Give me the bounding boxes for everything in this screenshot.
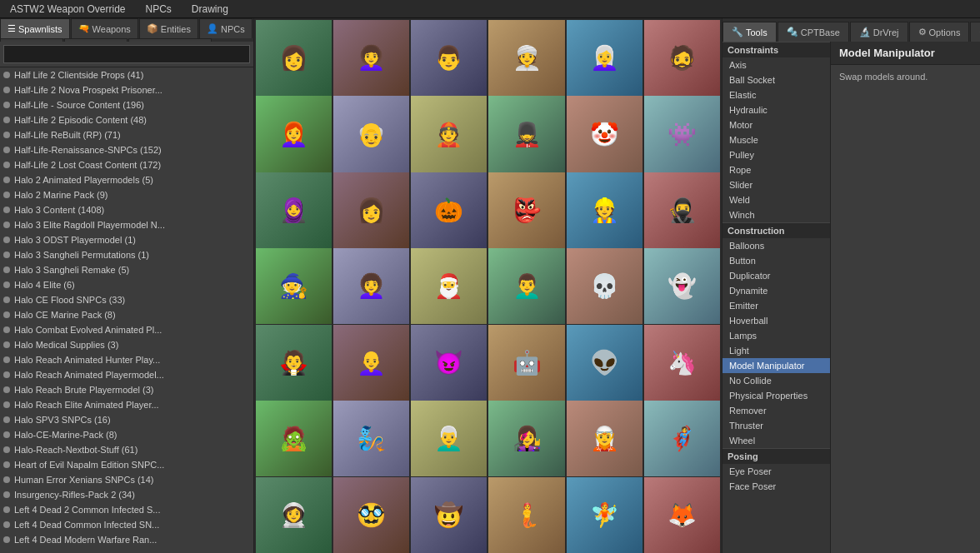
list-item[interactable]: Human Error Xenians SNPCs (14)	[0, 472, 253, 487]
thumbnail-cell[interactable]: 🧛	[256, 325, 332, 401]
thumbnail-cell[interactable]: 👩‍🚀	[256, 477, 332, 553]
tools-item[interactable]: Balloons	[722, 238, 830, 253]
tools-item[interactable]: Wheel	[722, 433, 830, 448]
list-item[interactable]: Half-Life - Source Content (196)	[0, 97, 253, 112]
list-item[interactable]: Halo 2 Animated Playermodels (5)	[0, 172, 253, 187]
list-item[interactable]: Halo Reach Elite Animated Player...	[0, 397, 253, 412]
list-item[interactable]: Halo SPV3 SNPCs (16)	[0, 412, 253, 427]
thumbnail-cell[interactable]: 🥷	[644, 172, 720, 248]
list-item[interactable]: Halo CE Flood SNPCs (33)	[0, 292, 253, 307]
tools-item[interactable]: Duplicator	[722, 268, 830, 283]
tools-item[interactable]: Slider	[722, 177, 830, 192]
thumbnail-cell[interactable]: 🤖	[488, 325, 564, 401]
thumbnail-cell[interactable]: 🎃	[411, 172, 487, 248]
list-item[interactable]: Left 4 Dead Modern Warfare Ran...	[0, 532, 253, 547]
thumbnail-cell[interactable]: 😈	[411, 325, 487, 401]
thumbnail-cell[interactable]: 🧔	[644, 20, 720, 96]
thumbnail-cell[interactable]: 👩‍🦳	[567, 20, 642, 96]
tools-item[interactable]: Physical Properties	[722, 388, 830, 403]
tools-item[interactable]: Rope	[722, 162, 830, 177]
list-item[interactable]: Halo Medical Supplies (3)	[0, 337, 253, 352]
list-item[interactable]: Left 4 Dead Common Infected SN...	[0, 517, 253, 532]
tools-tab-cptbase[interactable]: 🔩CPTBase	[778, 22, 849, 42]
list-container[interactable]: Half Life 2 Clientside Props (41)Half-Li…	[0, 67, 253, 553]
list-item[interactable]: Halo Combat Evolved Animated Pl...	[0, 322, 253, 337]
tools-item[interactable]: Remover	[722, 403, 830, 418]
tools-item[interactable]: Winch	[722, 207, 830, 222]
list-item[interactable]: Halo Reach Animated Playermodel...	[0, 367, 253, 382]
tab-entities[interactable]: 📦Entities	[139, 18, 198, 38]
thumbnail-cell[interactable]: 🤡	[567, 96, 642, 172]
thumbnail-cell[interactable]: 👩	[256, 20, 332, 96]
list-item[interactable]: Halo 3 Elite Ragdoll Playermodel N...	[0, 217, 253, 232]
tools-item[interactable]: Model Manipulator	[722, 358, 830, 373]
thumbnail-cell[interactable]: 🧞	[333, 401, 409, 476]
list-item[interactable]: Halo-CE-Marine-Pack (8)	[0, 427, 253, 442]
list-item[interactable]: Halo-Reach-Nextbot-Stuff (61)	[0, 442, 253, 457]
tools-item[interactable]: Eye Poser	[722, 464, 830, 479]
thumbnail-cell[interactable]: 🧚	[567, 477, 642, 553]
thumbnail-cell[interactable]: 🦸	[644, 401, 720, 476]
tools-tab-tools[interactable]: 🔧Tools	[722, 22, 777, 42]
tools-item[interactable]: Thruster	[722, 418, 830, 433]
thumbnail-cell[interactable]: 👨	[411, 20, 487, 96]
thumbnail-cell[interactable]: 👩‍🎤	[488, 401, 564, 476]
tools-item[interactable]: Muscle	[722, 132, 830, 147]
tools-item[interactable]: Lamps	[722, 328, 830, 343]
list-item[interactable]: Half-Life-Renaissance-SNPCs (152)	[0, 142, 253, 157]
list-item[interactable]: Halo 4 Elite (6)	[0, 277, 253, 292]
list-item[interactable]: Left 4 Dead 2 Common Infected S...	[0, 502, 253, 517]
thumbnail-cell[interactable]: 👾	[644, 96, 720, 172]
list-item[interactable]: Half-Life 2 Episodic Content (48)	[0, 112, 253, 127]
list-item[interactable]: Half-Life 2 Lost Coast Content (172)	[0, 157, 253, 172]
thumbnail-cell[interactable]: 👩	[333, 172, 409, 248]
thumbnail-cell[interactable]: 👨‍🦳	[411, 401, 487, 476]
thumbnail-cell[interactable]: 💂	[488, 96, 564, 172]
thumbnail-cell[interactable]: 🧟	[256, 401, 332, 476]
list-item[interactable]: Halo 2 Marine Pack (9)	[0, 187, 253, 202]
list-item[interactable]: Half Life 2 Clientside Props (41)	[0, 67, 253, 82]
thumbnail-cell[interactable]: 👩‍🦰	[256, 96, 332, 172]
tools-item[interactable]: Motor	[722, 117, 830, 132]
tools-item[interactable]: Hydraulic	[722, 102, 830, 117]
thumbnail-cell[interactable]: 🥸	[333, 477, 409, 553]
list-item[interactable]: Half-Life ReBuilt (RP) (71)	[0, 127, 253, 142]
tab-weapons[interactable]: 🔫Weapons	[71, 18, 138, 38]
menu-npcs[interactable]: NPCs	[142, 2, 175, 17]
menu-drawing[interactable]: Drawing	[188, 2, 232, 17]
thumbnail-cell[interactable]: 💀	[567, 248, 642, 324]
tools-tab-options[interactable]: ⚙Options	[909, 22, 970, 42]
tools-item[interactable]: Light	[722, 343, 830, 358]
tools-item[interactable]: Weld	[722, 192, 830, 207]
list-item[interactable]: Half-Life 2 Nova Prospekt Prisoner...	[0, 82, 253, 97]
thumbnail-cell[interactable]: 👨‍🦱	[488, 248, 564, 324]
list-item[interactable]: Halo CE Marine Pack (8)	[0, 307, 253, 322]
thumbnail-cell[interactable]: 🦄	[644, 325, 720, 401]
thumbnail-cell[interactable]: 👲	[411, 96, 487, 172]
tools-item[interactable]: Button	[722, 253, 830, 268]
tools-item[interactable]: No Collide	[722, 373, 830, 388]
thumbnail-cell[interactable]: 👺	[488, 172, 564, 248]
search-input[interactable]	[3, 45, 250, 63]
tools-item[interactable]: Dynamite	[722, 283, 830, 298]
list-item[interactable]: Halo 3 Sangheli Remake (5)	[0, 262, 253, 277]
tools-tab-utilities[interactable]: 🛠Utilities	[970, 22, 980, 42]
thumbnail-cell[interactable]: 🤠	[411, 477, 487, 553]
tab-spawnlists[interactable]: ☰Spawnlists	[0, 18, 70, 38]
thumbnail-cell[interactable]: 👻	[644, 248, 720, 324]
list-item[interactable]: Insurgency-Rifles-Pack 2 (34)	[0, 487, 253, 502]
tools-item[interactable]: Hoverball	[722, 313, 830, 328]
thumbnail-cell[interactable]: 🧜	[488, 477, 564, 553]
list-item[interactable]: Halo 3 Sangheli Permutations (1)	[0, 247, 253, 262]
list-item[interactable]: Halo 3 Content (1408)	[0, 202, 253, 217]
tools-item[interactable]: Pulley	[722, 147, 830, 162]
tools-item[interactable]: Elastic	[722, 87, 830, 102]
tools-item[interactable]: Face Poser	[722, 479, 830, 494]
tab-npcs[interactable]: 👤NPCs	[199, 18, 252, 38]
list-item[interactable]: Halo Reach Brute Playermodel (3)	[0, 382, 253, 397]
thumbnail-cell[interactable]: 👴	[333, 96, 409, 172]
list-item[interactable]: Heart of Evil Napalm Edition SNPC...	[0, 457, 253, 472]
thumbnail-grid[interactable]: 👩👩‍🦱👨👳👩‍🦳🧔👩‍🦰👴👲💂🤡👾🧕👩🎃👺👷🥷🧙👩‍🦱🎅👨‍🦱💀👻🧛👩‍🦲😈🤖…	[254, 18, 722, 553]
thumbnail-cell[interactable]: 👷	[567, 172, 642, 248]
tools-item[interactable]: Axis	[722, 57, 830, 72]
